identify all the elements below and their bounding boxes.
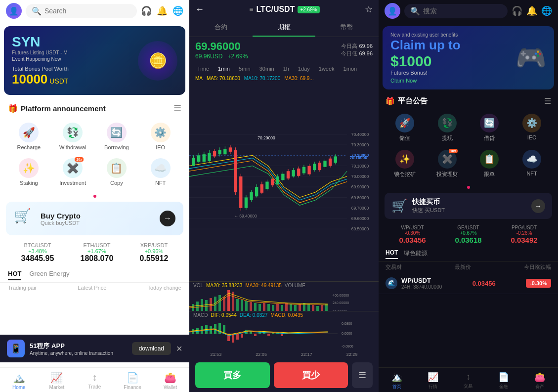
order-button[interactable]: ☰ <box>352 362 373 388</box>
grid-label: Investment <box>59 180 86 186</box>
nav-wallet[interactable]: 👛 Wallet <box>158 372 183 390</box>
sell-button[interactable]: 買少 <box>274 362 348 388</box>
right-grid-item-锁仓挖矿[interactable]: ✨ 锁仓挖矿 <box>385 147 425 181</box>
right-grid-item-nft[interactable]: ☁️ NFT <box>512 147 552 181</box>
vol-label: VOL <box>193 283 203 288</box>
right-nav-icon: 👛 <box>534 372 545 383</box>
bell-icon-right[interactable]: 🔔 <box>526 5 537 16</box>
time-btn-1day[interactable]: 1day <box>296 65 312 73</box>
right-nav-行情[interactable]: 📈 行情 <box>428 372 438 390</box>
right-grid-item-提现[interactable]: 💱 提现 <box>427 111 468 145</box>
nav-label: Trade <box>88 384 101 390</box>
download-button[interactable]: download <box>132 342 171 355</box>
right-grid-item-跟单[interactable]: 📋 跟单 <box>470 147 510 181</box>
right-ticker-ppg-usdt[interactable]: PPG/USDT -0.26% 0.03492 <box>511 225 537 244</box>
header-icons-left: 🎧 🔔 🌐 <box>141 5 183 16</box>
right-grid-item-ieo[interactable]: ⚙️ IEO <box>512 111 552 145</box>
macd-section: MACD DIF: 0.0544 DEA: 0.0327 MACD: 0.043… <box>189 311 379 350</box>
nav-trade[interactable]: ↕️ Trade <box>82 372 107 390</box>
grid-item-investment[interactable]: ✖️ 20x Investment <box>52 155 94 189</box>
svg-text:0.0800: 0.0800 <box>342 322 352 325</box>
ticker-eth-usdt[interactable]: ETH/USDT +1.67% 1808.070 <box>81 242 114 263</box>
menu-icon-right[interactable]: ☰ <box>544 96 551 106</box>
search-bar-right[interactable]: 🔍 <box>404 4 508 18</box>
bell-icon[interactable]: 🔔 <box>157 5 168 16</box>
buy-crypto-arrow[interactable]: → <box>160 211 175 226</box>
headphone-icon-right[interactable]: 🎧 <box>512 5 522 16</box>
right-nav-交易[interactable]: ↕️ 交易 <box>464 372 472 390</box>
time-btn-1h[interactable]: 1h <box>281 65 291 73</box>
tab-options[interactable]: 期權 <box>253 19 316 37</box>
svg-text:400.00000: 400.00000 <box>333 294 349 297</box>
nav-icon: ↕️ <box>92 372 97 383</box>
time-btn-5min[interactable]: 5min <box>237 65 253 73</box>
right-grid-item-投资理财[interactable]: ✖️ 10x 投资理财 <box>427 147 468 181</box>
avatar[interactable]: 👤 <box>6 3 22 19</box>
tab-contract[interactable]: 合約 <box>189 19 253 37</box>
toast-close-button[interactable]: ✕ <box>176 344 182 353</box>
headphone-icon[interactable]: 🎧 <box>141 5 152 16</box>
buy-fast-section[interactable]: 🛒 快捷买币 快速 买USDT → <box>385 193 552 219</box>
chart-area[interactable]: 70.40000 70.30000 70.20000 70.16000 70.1… <box>189 82 379 281</box>
ticker-btc-usdt[interactable]: BTC/USDT +3.48% 34845.95 <box>21 242 54 263</box>
search-input-left[interactable] <box>44 7 131 15</box>
grid-item-staking[interactable]: ✨ Staking <box>8 155 50 189</box>
right-grid-item-储值[interactable]: 🚀 储值 <box>385 111 425 145</box>
globe-icon-right[interactable]: 🌐 <box>541 5 552 16</box>
buy-crypto-text: Buy Crypto Quick buyUSDT <box>41 212 155 226</box>
crypto-tickers-right: WP/USDT -0.30% 0.03456 GE/USDT +0.67% 0.… <box>379 222 558 247</box>
tab-hot[interactable]: HOT <box>8 270 21 280</box>
right-nav-资产[interactable]: 👛 资产 <box>534 372 545 390</box>
time-btn-time[interactable]: Time <box>195 65 211 73</box>
table-row[interactable]: 🌊 WP/USDT 24H: 38740.00000 0.03456 -0.30… <box>379 273 558 294</box>
globe-icon[interactable]: 🌐 <box>172 5 183 16</box>
grid-icon: ⚙️ <box>151 123 171 142</box>
grid-item-withdrawal[interactable]: 💱 Withdrawal <box>52 120 94 153</box>
grid-item-nft[interactable]: ☁️ NFT <box>139 155 181 189</box>
tr-pair: WP/USDT <box>401 277 442 284</box>
nav-icon: 📈 <box>50 372 63 384</box>
grid-label: IEO <box>156 144 165 150</box>
search-bar-left[interactable]: 🔍 <box>26 4 137 18</box>
syn-banner[interactable]: SYN Futures Listing USDT - M Event Happe… <box>4 26 185 95</box>
hot-tab-hot[interactable]: HOT <box>386 249 398 259</box>
right-ticker-wp-usdt[interactable]: WP/USDT -0.30% 0.03456 <box>399 225 426 244</box>
buy-fast-arrow[interactable]: → <box>531 199 545 213</box>
nav-finance[interactable]: 📄 Finance <box>120 372 145 390</box>
ct-price: 0.03618 <box>455 236 481 244</box>
ticker-xrp-usdt[interactable]: XRP/USDT +0.96% 0.55912 <box>140 242 169 263</box>
tab-green-energy[interactable]: Green Energy <box>29 270 69 280</box>
nav-market[interactable]: 📈 Market <box>44 372 69 390</box>
grid-item-copy[interactable]: 📋 Copy <box>96 155 138 189</box>
macd-val: MACD: 0.0435 <box>270 312 303 318</box>
grid-item-ieo[interactable]: ⚙️ IEO <box>139 120 181 153</box>
avatar-right[interactable]: 👤 <box>385 3 400 19</box>
right-nav-金融[interactable]: 📄 金融 <box>498 372 509 390</box>
time-btn-1mon[interactable]: 1mon <box>342 65 359 73</box>
grid-item-recharge[interactable]: 🚀 Recharge <box>8 120 50 153</box>
back-button[interactable]: ← <box>195 4 204 15</box>
time-btn-30min[interactable]: 30min <box>258 65 276 73</box>
toast-app-icon: 📱 <box>7 340 25 357</box>
time-tick-2: 22:05 <box>256 352 267 357</box>
right-grid-item-借贷[interactable]: 🔄 借贷 <box>470 111 510 145</box>
nav-label: Wallet <box>164 385 177 390</box>
favorite-button[interactable]: ☆ <box>365 4 373 15</box>
rb-claim[interactable]: Claim Now <box>390 78 546 84</box>
right-banner[interactable]: New and existing user benefits Claim up … <box>383 26 554 89</box>
right-nav-首页[interactable]: 🏔️ 首页 <box>391 372 402 390</box>
gift-icon: 🎁 <box>8 104 18 113</box>
tab-spot[interactable]: 幣幣 <box>315 19 379 37</box>
buy-button[interactable]: 買多 <box>195 362 270 388</box>
right-ticker-ge-usdt[interactable]: GE/USDT +0.67% 0.03618 <box>455 225 481 244</box>
svg-rect-128 <box>254 334 257 336</box>
rb-sub: New and existing user benefits <box>390 32 546 38</box>
menu-icon[interactable]: ☰ <box>173 103 181 114</box>
buy-crypto-banner[interactable]: 🛒 Buy Crypto Quick buyUSDT → <box>6 202 183 235</box>
time-btn-1min[interactable]: 1min <box>216 65 232 73</box>
hot-tab-green[interactable]: 绿色能源 <box>404 249 428 259</box>
search-input-right[interactable] <box>423 7 502 15</box>
grid-item-borrowing[interactable]: 🔄 Borrowing <box>96 120 138 153</box>
time-btn-1week[interactable]: 1week <box>317 65 337 73</box>
nav-home[interactable]: 🏔️ Home <box>6 372 31 390</box>
